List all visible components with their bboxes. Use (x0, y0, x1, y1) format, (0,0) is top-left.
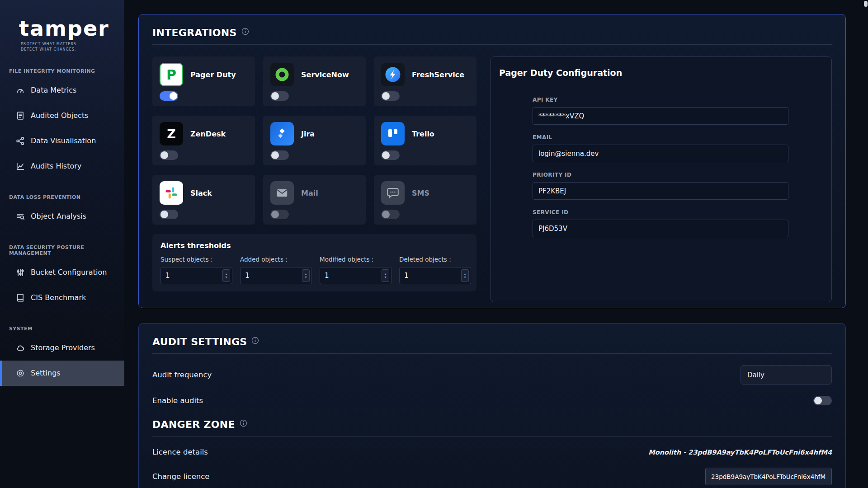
section-label-system: SYSTEM (9, 326, 124, 332)
main-content: INTEGRATIONS P Pager Duty (124, 0, 868, 488)
enable-audits-label: Enable audits (152, 396, 203, 405)
api-key-input[interactable] (533, 107, 788, 125)
sidebar-item-storage-providers[interactable]: Storage Providers (0, 335, 124, 361)
info-icon[interactable] (241, 28, 249, 35)
app-window: tamper PROTECT WHAT MATTERS. DETECT WHAT… (0, 0, 868, 488)
sidebar-item-data-visualisation[interactable]: Data Visualisation (0, 128, 124, 154)
integration-name: ZenDesk (190, 130, 226, 138)
pagerduty-toggle[interactable] (160, 91, 178, 101)
sidebar-item-audited-objects[interactable]: Audited Objects (0, 103, 124, 128)
audit-frequency-select[interactable]: Daily (741, 365, 832, 385)
sidebar-item-object-analysis[interactable]: Object Analysis (0, 204, 124, 229)
sidebar-item-settings[interactable]: Settings (0, 361, 124, 386)
api-key-label: API KEY (533, 97, 788, 103)
audit-frequency-row: Audit frequency Daily (152, 365, 832, 385)
sms-toggle[interactable] (381, 210, 400, 219)
toggle-knob (160, 211, 168, 218)
sliders-icon (15, 267, 25, 277)
enable-audits-toggle[interactable] (813, 396, 832, 405)
integration-tile-slack: Slack (152, 175, 255, 225)
info-icon[interactable] (240, 419, 247, 427)
modified-objects-input[interactable] (320, 267, 392, 284)
email-input[interactable] (533, 145, 788, 162)
added-objects-input[interactable] (240, 267, 312, 284)
modified-objects-stepper[interactable]: ▴▾ (382, 269, 389, 282)
change-licence-label: Change licence (152, 472, 210, 481)
section-label-dspm: DATA SECURITY POSTURE MANAGEMENT (9, 244, 124, 256)
integration-name: FreshService (412, 70, 464, 79)
integrations-card: INTEGRATIONS P Pager Duty (138, 14, 846, 308)
mail-icon (270, 181, 294, 205)
integrations-header: INTEGRATIONS (152, 27, 832, 38)
threshold-deleted: Deleted objects : ▴▾ (399, 256, 471, 284)
integration-tile-servicenow: ServiceNow (263, 56, 366, 106)
alerts-thresholds-panel: Alerts thresholds Suspect objects : ▴▾ (152, 234, 476, 291)
document-icon (15, 111, 25, 121)
added-objects-stepper[interactable]: ▴▾ (302, 269, 310, 282)
licence-details-row: Licence details Monolith - 23pdB9A9ayTbK… (152, 448, 832, 456)
nav-label: Data Metrics (31, 86, 76, 94)
email-field-group: EMAIL (533, 134, 788, 162)
integration-name: Pager Duty (190, 70, 236, 79)
integration-name: Jira (301, 130, 315, 138)
service-id-label: SERVICE ID (533, 209, 788, 216)
servicenow-toggle[interactable] (270, 91, 289, 101)
audit-settings-title: AUDIT SETTINGS (152, 336, 247, 347)
chart-line-icon (15, 161, 25, 171)
logo-tagline: PROTECT WHAT MATTERS. DETECT WHAT CHANGE… (21, 42, 124, 53)
priority-id-input[interactable] (533, 182, 788, 200)
threshold-suspect: Suspect objects : ▴▾ (160, 256, 232, 284)
integration-tile-freshservice: FreshService (374, 56, 476, 106)
integration-tiles: P Pager Duty ServiceNow (152, 56, 476, 225)
threshold-label: Deleted objects : (399, 256, 471, 263)
freshservice-toggle[interactable] (381, 91, 400, 101)
service-id-input[interactable] (533, 220, 788, 237)
licence-details-label: Licence details (152, 448, 208, 456)
zendesk-toggle[interactable] (160, 150, 178, 160)
deleted-objects-input[interactable] (399, 267, 471, 284)
change-licence-row: Change licence (152, 468, 832, 485)
list-search-icon (15, 211, 25, 221)
servicenow-icon (270, 63, 294, 86)
cloud-icon (15, 343, 25, 353)
toggle-knob (271, 92, 279, 100)
threshold-label: Added objects : (240, 256, 312, 263)
scrollbar-thumb[interactable] (864, 1, 868, 7)
threshold-label: Suspect objects : (160, 256, 232, 263)
priority-id-field-group: PRIORITY ID (533, 172, 788, 200)
integration-tile-mail: Mail (263, 175, 366, 225)
service-id-field-group: SERVICE ID (533, 209, 788, 237)
divider (152, 436, 832, 436)
change-licence-input[interactable] (705, 468, 832, 485)
toggle-knob (271, 151, 279, 159)
gear-icon (15, 368, 25, 378)
pagerduty-icon: P (160, 63, 183, 86)
toggle-knob (160, 151, 168, 159)
trello-toggle[interactable] (381, 150, 400, 160)
divider (152, 44, 832, 45)
nodes-icon (15, 136, 25, 146)
threshold-label: Modified objects : (320, 256, 392, 263)
mail-toggle[interactable] (270, 210, 289, 219)
audit-settings-card: AUDIT SETTINGS Audit frequency Daily Ena… (138, 323, 846, 488)
suspect-objects-input[interactable] (160, 267, 232, 284)
api-key-field-group: API KEY (533, 97, 788, 125)
tagline-line-1: PROTECT WHAT MATTERS. (21, 42, 124, 47)
jira-toggle[interactable] (270, 150, 289, 160)
sidebar-item-data-metrics[interactable]: Data Metrics (0, 78, 124, 103)
logo: tamper PROTECT WHAT MATTERS. DETECT WHAT… (0, 0, 124, 53)
integration-tile-sms: SMS (374, 175, 476, 225)
deleted-objects-stepper[interactable]: ▴▾ (461, 269, 469, 282)
toggle-knob (382, 92, 390, 100)
sidebar-item-bucket-configuration[interactable]: Bucket Configuration (0, 260, 124, 285)
page-scrollbar[interactable] (863, 0, 868, 488)
danger-zone-header: DANGER ZONE (152, 419, 832, 430)
slack-toggle[interactable] (160, 210, 178, 219)
integration-name: SMS (412, 189, 429, 197)
gauge-icon (15, 85, 25, 95)
nav-label: Object Analysis (31, 212, 86, 221)
sidebar-item-audits-history[interactable]: Audits History (0, 154, 124, 179)
sidebar-item-cis-benchmark[interactable]: CIS Benchmark (0, 285, 124, 310)
suspect-objects-stepper[interactable]: ▴▾ (222, 269, 230, 282)
info-icon[interactable] (251, 337, 259, 344)
